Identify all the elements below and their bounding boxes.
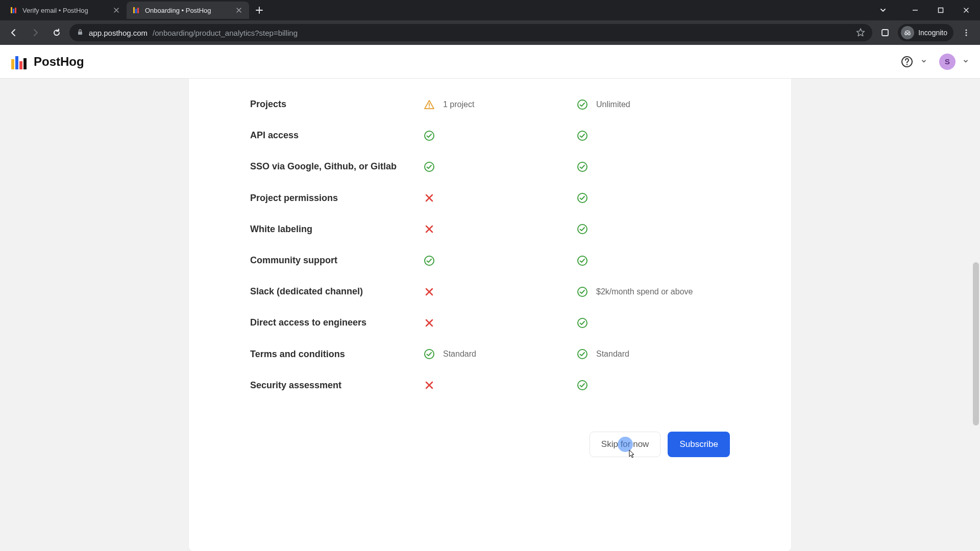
cross-icon	[424, 192, 435, 204]
feature-name: Slack (dedicated channel)	[250, 285, 424, 298]
tab-title: Onboarding • PostHog	[145, 7, 231, 14]
skip-label: Skip for now	[601, 439, 649, 449]
tab-title: Verify email • PostHog	[22, 7, 108, 14]
help-button[interactable]	[898, 53, 916, 70]
favicon-icon	[10, 6, 18, 14]
feature-row: SSO via Google, Github, or Gitlab	[250, 151, 730, 182]
feature-cell: 1 project	[424, 99, 577, 110]
window-controls	[875, 2, 980, 18]
tabs-dropdown-button[interactable]	[875, 2, 891, 18]
browser-chrome: Verify email • PostHog Onboarding • Post…	[0, 0, 980, 45]
address-bar[interactable]: app.posthog.com/onboarding/product_analy…	[69, 24, 872, 41]
feature-cell	[577, 130, 730, 141]
logo-icon	[11, 54, 29, 69]
feature-cell	[424, 130, 577, 141]
avatar[interactable]: S	[939, 54, 955, 70]
check-icon	[424, 255, 435, 266]
skip-button[interactable]: Skip for now	[590, 432, 661, 457]
svg-rect-11	[78, 32, 82, 35]
svg-rect-18	[11, 59, 14, 69]
new-tab-button[interactable]	[252, 3, 266, 17]
close-icon[interactable]	[112, 6, 120, 14]
feature-name: Community support	[250, 254, 424, 267]
feature-name: White labeling	[250, 223, 424, 236]
action-bar: Skip for now Subscribe	[250, 432, 730, 457]
chevron-down-icon[interactable]	[963, 57, 969, 66]
incognito-icon	[901, 26, 914, 39]
incognito-indicator[interactable]: Incognito	[898, 24, 953, 41]
forward-button[interactable]	[27, 24, 44, 41]
browser-tab-active[interactable]: Onboarding • PostHog	[127, 2, 249, 19]
feature-cell	[577, 161, 730, 172]
svg-point-23	[906, 64, 908, 65]
browser-tab[interactable]: Verify email • PostHog	[4, 2, 127, 19]
incognito-label: Incognito	[918, 29, 947, 37]
feature-name: Terms and conditions	[250, 348, 424, 361]
feature-cell	[577, 223, 730, 235]
check-icon	[577, 255, 588, 266]
feature-row: Direct access to engineers	[250, 307, 730, 338]
maximize-button[interactable]	[929, 2, 952, 18]
feature-row: Security assessment	[250, 370, 730, 401]
minimize-button[interactable]	[903, 2, 927, 18]
back-button[interactable]	[5, 24, 22, 41]
tab-strip: Verify email • PostHog Onboarding • Post…	[0, 0, 980, 20]
app-header: PostHog S	[0, 45, 980, 79]
check-icon	[577, 130, 588, 141]
feature-cell-note: 1 project	[443, 100, 474, 109]
scrollbar[interactable]	[972, 79, 980, 551]
cross-icon	[424, 380, 435, 391]
close-icon[interactable]	[235, 6, 243, 14]
cross-icon	[424, 286, 435, 297]
feature-cell	[424, 223, 577, 235]
svg-rect-12	[882, 30, 888, 36]
subscribe-button[interactable]: Subscribe	[668, 432, 730, 457]
browser-menu-button[interactable]	[958, 24, 975, 41]
feature-row: Terms and conditionsStandardStandard	[250, 339, 730, 370]
warn-icon	[424, 99, 435, 110]
cross-icon	[424, 223, 435, 235]
svg-rect-7	[135, 9, 137, 13]
bookmark-icon[interactable]	[856, 28, 865, 38]
feature-cell	[424, 255, 577, 266]
svg-point-16	[966, 32, 967, 34]
svg-rect-10	[939, 8, 943, 13]
feature-row: Project permissions	[250, 183, 730, 214]
feature-name: Projects	[250, 98, 424, 111]
reload-button[interactable]	[48, 24, 65, 41]
svg-rect-6	[133, 7, 135, 13]
check-icon	[577, 348, 588, 360]
feature-row: Projects1 projectUnlimited	[250, 89, 730, 120]
close-window-button[interactable]	[954, 2, 978, 18]
feature-name: SSO via Google, Github, or Gitlab	[250, 160, 424, 173]
feature-cell-note: $2k/month spend or above	[596, 287, 693, 296]
feature-cell	[424, 192, 577, 204]
svg-rect-19	[15, 56, 18, 69]
url-path: /onboarding/product_analytics?step=billi…	[153, 29, 298, 37]
check-icon	[577, 161, 588, 172]
extensions-button[interactable]	[876, 24, 894, 41]
subscribe-label: Subscribe	[679, 439, 718, 449]
feature-cell-note: Standard	[596, 349, 629, 359]
check-icon	[577, 99, 588, 110]
feature-cell	[577, 255, 730, 266]
svg-point-17	[966, 35, 967, 36]
feature-cell	[424, 161, 577, 172]
scrollbar-thumb[interactable]	[973, 262, 979, 425]
feature-cell: Standard	[577, 348, 730, 360]
page-body: Projects1 projectUnlimitedAPI accessSSO …	[0, 79, 980, 551]
feature-name: Direct access to engineers	[250, 316, 424, 329]
check-icon	[577, 192, 588, 204]
browser-toolbar: app.posthog.com/onboarding/product_analy…	[0, 20, 980, 45]
check-icon	[424, 348, 435, 360]
url-host: app.posthog.com	[89, 29, 148, 37]
feature-row: API access	[250, 120, 730, 151]
check-icon	[577, 380, 588, 391]
feature-cell: Standard	[424, 348, 577, 360]
logo[interactable]: PostHog	[11, 54, 84, 69]
feature-name: API access	[250, 129, 424, 142]
logo-text: PostHog	[34, 55, 84, 69]
avatar-initial: S	[945, 57, 950, 66]
chevron-down-icon[interactable]	[921, 57, 927, 66]
feature-name: Security assessment	[250, 379, 424, 392]
